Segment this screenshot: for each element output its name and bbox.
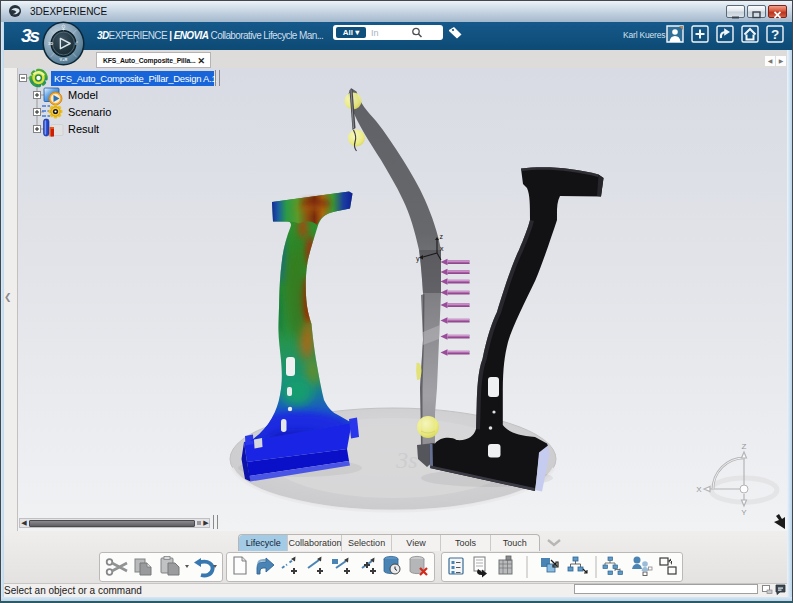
svg-text:Z: Z: [742, 442, 747, 451]
svg-text:?: ?: [771, 27, 779, 42]
svg-text:x: x: [440, 245, 444, 252]
svg-text:3s: 3s: [395, 447, 417, 473]
svg-text:X: X: [696, 485, 702, 494]
svg-text:V+R: V+R: [60, 57, 68, 62]
svg-text:z: z: [440, 233, 444, 240]
svg-text:Y: Y: [741, 508, 747, 517]
svg-text:y: y: [416, 255, 420, 263]
svg-text:3D: 3D: [48, 41, 53, 46]
